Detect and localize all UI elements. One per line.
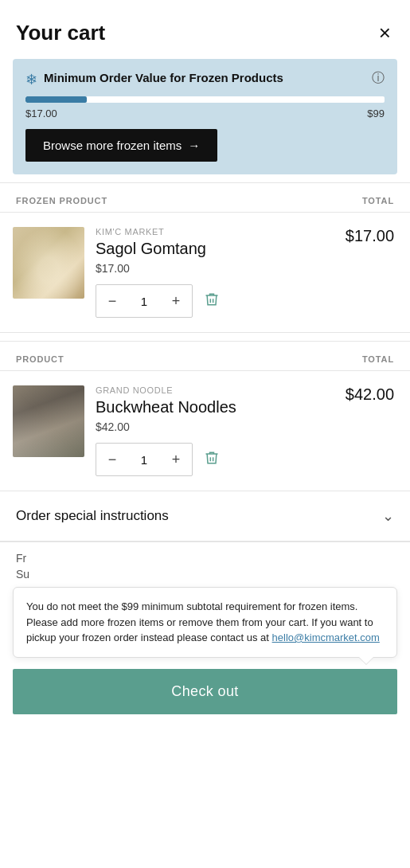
cart-header: Your cart × (0, 0, 410, 59)
progress-bar-fill (25, 96, 87, 103)
frozen-product-row: KIM'C MARKET Sagol Gomtang $17.00 − 1 + (0, 213, 410, 333)
product-name-noodles: Buckwheat Noodles (96, 397, 327, 417)
product-details-gomtang: KIM'C MARKET Sagol Gomtang $17.00 − 1 + (96, 227, 327, 318)
instructions-row[interactable]: Order special instructions ⌄ (0, 491, 410, 542)
summary-frozen-row: Fr (16, 552, 394, 565)
product-image-gomtang (13, 227, 84, 299)
frozen-banner-title: Minimum Order Value for Frozen Products (44, 70, 283, 86)
progress-current: $17.00 (25, 108, 57, 119)
progress-goal: $99 (367, 108, 385, 119)
frozen-banner: ❄ Minimum Order Value for Frozen Product… (13, 59, 397, 174)
summary-subtotal-label: Su (16, 568, 29, 581)
product-label: PRODUCT (16, 354, 64, 364)
product-total-gomtang: $17.00 (338, 227, 394, 245)
product-details-noodles: GRAND NOODLE Buckwheat Noodles $42.00 − … (96, 385, 327, 476)
product-brand-gomtang: KIM'C MARKET (96, 227, 327, 237)
tooltip-email-link[interactable]: hello@kimcmarket.com (272, 631, 380, 643)
product-price-gomtang: $17.00 (96, 262, 327, 275)
summary-frozen-label: Fr (16, 552, 26, 565)
close-button[interactable]: × (376, 19, 394, 46)
trash-icon (204, 291, 220, 307)
qty-increase-noodles[interactable]: + (160, 444, 192, 475)
delete-button-noodles[interactable] (201, 447, 223, 473)
quantity-row-gomtang: − 1 + (96, 284, 327, 318)
checkout-area: You do not meet the $99 minimum subtotal… (0, 587, 410, 727)
qty-value-gomtang: 1 (128, 295, 160, 308)
product-image-noodles (13, 385, 84, 457)
tooltip-arrow-inner (359, 657, 373, 664)
browse-frozen-label: Browse more frozen items (43, 139, 182, 152)
product-name-gomtang: Sagol Gomtang (96, 239, 327, 259)
delete-button-gomtang[interactable] (201, 288, 223, 315)
summary-subtotal-row: Su (16, 568, 394, 581)
cart-container: Your cart × ❄ Minimum Order Value for Fr… (0, 0, 410, 868)
snowflake-icon: ❄ (25, 71, 37, 88)
frozen-banner-header: ❄ Minimum Order Value for Frozen Product… (25, 70, 385, 88)
frozen-total-label: TOTAL (362, 196, 394, 205)
frozen-title-row: ❄ Minimum Order Value for Frozen Product… (25, 70, 365, 88)
qty-decrease-gomtang[interactable]: − (96, 285, 128, 317)
product-row-noodles: GRAND NOODLE Buckwheat Noodles $42.00 − … (0, 371, 410, 491)
trash-icon-noodles (204, 450, 220, 466)
product-brand-noodles: GRAND NOODLE (96, 385, 327, 395)
qty-decrease-noodles[interactable]: − (96, 444, 128, 475)
product-total-label: TOTAL (362, 354, 394, 364)
qty-control-gomtang: − 1 + (96, 284, 193, 318)
instructions-label: Order special instructions (16, 508, 169, 524)
browse-frozen-button[interactable]: Browse more frozen items → (25, 129, 217, 162)
progress-bar-container (25, 96, 385, 103)
info-icon[interactable]: ⓘ (372, 70, 385, 87)
summary-section: Fr Su (0, 542, 410, 581)
product-total-noodles: $42.00 (338, 385, 394, 404)
chevron-down-icon: ⌄ (382, 507, 394, 525)
qty-increase-gomtang[interactable]: + (160, 285, 192, 317)
qty-value-noodles: 1 (128, 453, 160, 467)
product-section-header: PRODUCT TOTAL (0, 341, 410, 371)
page-title: Your cart (16, 21, 105, 45)
frozen-product-label: FROZEN PRODUCT (16, 196, 107, 205)
tooltip-bubble: You do not meet the $99 minimum subtotal… (13, 587, 397, 658)
checkout-button[interactable]: Check out (13, 669, 397, 714)
frozen-section-header: FROZEN PRODUCT TOTAL (0, 182, 410, 213)
qty-control-noodles: − 1 + (96, 443, 193, 476)
progress-labels: $17.00 $99 (25, 108, 385, 119)
quantity-row-noodles: − 1 + (96, 443, 327, 476)
product-price-noodles: $42.00 (96, 420, 327, 433)
arrow-icon: → (188, 139, 200, 152)
